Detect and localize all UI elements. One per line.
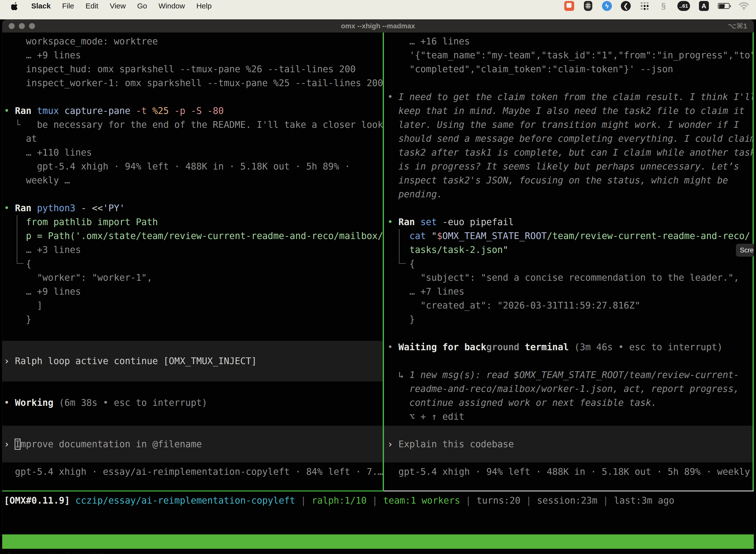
dots-grid-icon[interactable] (640, 1, 649, 11)
terminal-line: … +3 lines (4, 243, 81, 257)
text-segment: | (597, 495, 614, 506)
macos-menu-bar: Slack FileEditViewGoWindowHelp ϟ ❮ § ..6… (0, 0, 756, 12)
menu-item-file[interactable]: File (62, 2, 74, 10)
text-segment: " (503, 244, 508, 255)
menu-item-go[interactable]: Go (137, 2, 147, 10)
text-segment: Ralph loop active continue [OMX_TMUX_INJ… (15, 356, 257, 366)
tmux-status-bar: [omx-cczip0:bash* "MacBook-Pro-44.local"… (2, 535, 754, 549)
screen-share-overlay[interactable]: Scre (736, 244, 754, 257)
text-segment: … +3 lines (4, 244, 81, 255)
terminal-line: ↳ 1 new msg(s): read $OMX_TEAM_STATE_ROO… (387, 368, 739, 382)
text-segment: tasks/task-2.json (410, 244, 503, 255)
terminal-line: from pathlib import Path (4, 215, 158, 229)
text-segment: be necessary for the end of the README. … (37, 119, 383, 130)
text-segment: task2 after task1 is complete, but can I… (387, 147, 754, 158)
terminal-line: inspect_worker-1: omx sparkshell --tmux-… (4, 76, 383, 90)
text-segment: ground (486, 342, 519, 352)
text-segment: %25 (152, 106, 174, 116)
menu-items-container: FileEditViewGoWindowHelp (62, 2, 211, 10)
text-segment: terminal (519, 342, 574, 352)
terminal-line: "completed","claim_token":"claim-token"}… (387, 62, 673, 76)
active-app-name[interactable]: Slack (31, 2, 51, 10)
terminal-line: gpt-5.4 xhigh · 94% left · 488K in · 5.1… (4, 160, 350, 173)
text-segment: ⌥ + ↑ edit (387, 411, 464, 422)
text-segment: -euo pipefail (442, 217, 514, 227)
terminal-line: • Ran tmux capture-pane -t %25 -p -S -80 (4, 104, 224, 118)
text-segment: • (387, 342, 398, 352)
blue-badge-icon[interactable]: ϟ (602, 1, 612, 11)
text-segment: "subject": "send a concise recommendatio… (387, 272, 739, 283)
menu-item-window[interactable]: Window (159, 2, 185, 10)
text-segment: from pathlib import Path (4, 217, 158, 227)
text-segment: -p -S -80 (174, 106, 224, 116)
text-segment: | (295, 495, 312, 506)
terminal-window: omx --xhigh --madmax ⌥⌘1 workspace_mode:… (2, 19, 754, 554)
text-segment: tmux (37, 106, 64, 116)
badge-61-icon[interactable]: ..61 (677, 1, 690, 11)
terminal-line: weekly … (4, 173, 70, 187)
text-segment: set (421, 217, 442, 227)
window-title-bar[interactable]: omx --xhigh --madmax ⌥⌘1 (2, 19, 754, 33)
menu-item-view[interactable]: View (110, 2, 126, 10)
terminal-line: inspect task2's JSON, focusing on the st… (387, 173, 728, 187)
text-segment: readme-and-reco/mailbox/worker-1.json, a… (387, 384, 739, 394)
left-pane: workspace_mode: worktree … +9 lines insp… (4, 33, 383, 491)
terminal-line: later. Using the same for transition mig… (387, 118, 739, 132)
text-segment: keep that in mind. Maybe I also need the… (387, 106, 745, 116)
squiggle-icon[interactable]: § (658, 1, 669, 11)
window-title: omx --xhigh --madmax (2, 19, 754, 33)
text-segment: capture-pane (64, 106, 136, 116)
menu-bar-status-icons: ϟ ❮ § ..61 A ⚡ (564, 1, 756, 11)
text-segment: cat (410, 231, 432, 241)
text-segment: turns:20 (477, 495, 520, 506)
text-segment: • (4, 397, 15, 408)
terminal-line: p = Path('.omx/state/team/review-current… (4, 229, 383, 243)
text-segment: -t (136, 106, 152, 116)
terminal-line: pending. (387, 187, 442, 201)
text-segment: } (387, 314, 415, 325)
text-segment: python3 (37, 203, 81, 214)
apple-menu-icon[interactable] (10, 1, 20, 11)
menu-item-help[interactable]: Help (196, 2, 212, 10)
text-segment: { (4, 258, 32, 269)
terminal-line: continue assigned work or next feasible … (387, 396, 657, 410)
terminal-line: tasks/task-2.json" (387, 243, 508, 257)
text-segment: • (4, 203, 15, 214)
text-segment: Ran (15, 203, 37, 214)
terminal-line: … +9 lines (4, 285, 81, 298)
text-segment: Working (15, 397, 59, 408)
battery-icon[interactable]: ⚡ (718, 1, 730, 11)
text-segment: Ran (15, 106, 37, 116)
right-pane-bottom-border (384, 491, 754, 491)
terminal-line: … +9 lines (4, 48, 81, 62)
text-segment: "worker": "worker-1", (4, 272, 152, 283)
text-segment: p = Path('.omx/state/team/review-current… (4, 231, 383, 241)
text-segment: … +7 lines (387, 286, 464, 297)
terminal-line: • Ran python3 - <<'PY' (4, 201, 125, 215)
terminal-line: readme-and-reco/mailbox/worker-1.json, a… (387, 382, 739, 396)
wifi-icon[interactable] (739, 1, 749, 11)
dark-circle-icon[interactable]: ❮ (621, 1, 631, 11)
text-segment (387, 231, 410, 241)
input-source-icon[interactable]: A (699, 1, 709, 11)
text-segment: inspect task2's JSON, focusing on the st… (387, 175, 728, 186)
terminal-line: … +16 lines (387, 35, 470, 48)
terminal-line: • Waiting for background terminal (3m 46… (387, 340, 722, 354)
text-segment: › (4, 356, 15, 366)
text-segment: pending. (387, 189, 442, 200)
omx-status-line: [OMX#0.11.9] cczip/essay/ai-reimplementa… (4, 494, 674, 508)
text-segment: 'PY' (103, 203, 125, 214)
terminal-content[interactable]: workspace_mode: worktree … +9 lines insp… (2, 33, 754, 554)
text-segment: • (387, 92, 398, 102)
shield-grid-icon[interactable] (583, 1, 593, 11)
text-segment: '{"team_name":"my-team","task_id":"1","f… (387, 50, 754, 61)
chat-app-icon[interactable] (564, 1, 574, 11)
menu-item-edit[interactable]: Edit (85, 2, 99, 10)
text-segment: workspace_mode: worktree (4, 36, 158, 47)
text-segment: 1 new msg(s): read $OMX_TEAM_STATE_ROOT/… (410, 370, 739, 380)
terminal-line: … +7 lines (387, 285, 464, 298)
text-segment: weekly … (4, 175, 70, 186)
text-segment: inspect_worker-1: omx sparkshell --tmux-… (4, 78, 383, 88)
terminal-line: workspace_mode: worktree (4, 35, 158, 48)
pane-divider[interactable] (383, 33, 384, 491)
